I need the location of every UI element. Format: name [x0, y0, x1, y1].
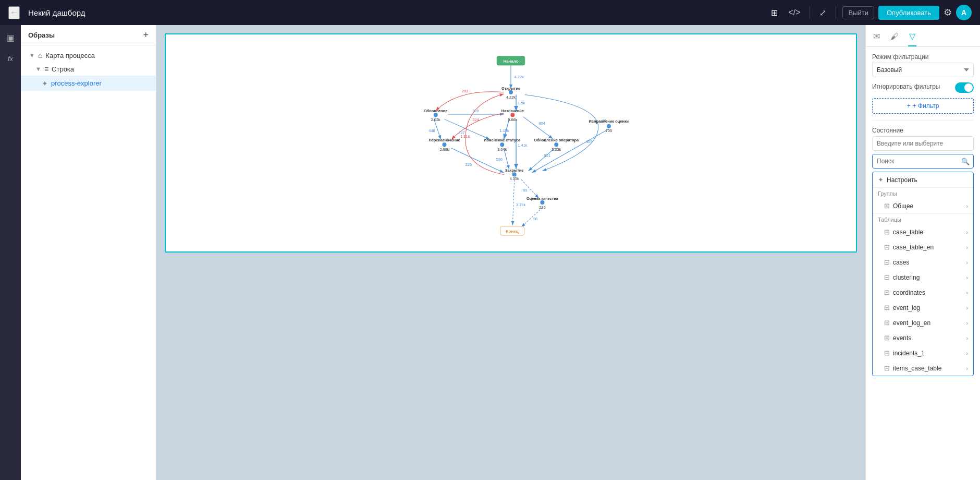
publish-button[interactable]: Опубликовать	[878, 6, 939, 20]
table-item-event_log[interactable]: ⊟ event_log ›	[873, 300, 973, 315]
svg-point-60	[540, 200, 544, 205]
filter-mode-select[interactable]: Базовый Расширенный	[872, 63, 974, 77]
add-filter-button[interactable]: + + Фильтр	[872, 98, 974, 114]
table-icon-10: ⊟	[884, 364, 890, 372]
svg-point-54	[607, 124, 611, 128]
svg-text:Начало: Начало	[503, 59, 518, 64]
left-toolbar: ▣ fx	[0, 25, 21, 480]
svg-point-51	[554, 142, 558, 147]
right-panel-content: Режим фильтрации Базовый Расширенный Игн…	[866, 47, 980, 480]
chevron-right-icon-5: ›	[966, 290, 968, 296]
settings-button[interactable]: ⚙	[944, 7, 952, 18]
grid-view-button[interactable]: ⊞	[768, 6, 781, 20]
svg-text:Оценка качества: Оценка качества	[526, 196, 559, 201]
chevron-right-icon-6: ›	[966, 305, 968, 311]
topbar-separator-2	[836, 6, 836, 19]
svg-text:1.15k: 1.15k	[500, 128, 509, 133]
chevron-right-icon-1: ›	[966, 229, 968, 235]
tab-filter[interactable]: ▽	[908, 29, 916, 46]
svg-text:Открытие: Открытие	[501, 86, 520, 91]
share-button[interactable]: ⤢	[816, 6, 829, 20]
chevron-right-icon-10: ›	[966, 365, 968, 371]
process-map[interactable]: 4.22k 1.5k 48 809 427 448 1.15k	[166, 34, 856, 251]
svg-text:99: 99	[523, 188, 527, 193]
code-view-button[interactable]: </>	[785, 6, 803, 19]
search-icon: 🔍	[961, 158, 970, 165]
table-label-4: clustering	[893, 274, 963, 281]
sidebar-tree: ▼ ⌂ Карта процесса ▼ ≡ Строка ✦ process-…	[21, 45, 156, 480]
configure-label: Настроить	[887, 176, 968, 184]
exit-button[interactable]: Выйти	[842, 6, 874, 19]
table-item-items_case_table[interactable]: ⊟ items_case_table ›	[873, 361, 973, 376]
svg-point-45	[442, 142, 446, 147]
topbar: ← Некий дашборд ⊞ </> ⤢ Выйти Опубликова…	[0, 0, 980, 25]
main-layout: ▣ fx Образы + ▼ ⌂ Карта процесса ▼ ≡ Стр…	[0, 25, 980, 480]
svg-text:1.5k: 1.5k	[518, 101, 525, 105]
svg-text:4.22k: 4.22k	[506, 95, 516, 100]
svg-point-48	[500, 142, 504, 147]
table-icon-4: ⊟	[884, 273, 890, 281]
chevron-right-icon-8: ›	[966, 335, 968, 341]
svg-text:521: 521	[544, 153, 550, 158]
table-item-case_table_en[interactable]: ⊟ case_table_en ›	[873, 239, 973, 255]
svg-text:324: 324	[472, 117, 479, 122]
search-input[interactable]	[872, 154, 974, 169]
table-label-9: incidents_1	[893, 350, 963, 357]
sidebar-item-process-map[interactable]: ▼ ⌂ Карта процесса	[21, 49, 156, 62]
svg-text:705: 705	[606, 128, 612, 133]
sidebar-item-process-explorer[interactable]: ✦ process-explorer ⋯	[21, 76, 156, 91]
tab-email[interactable]: ✉	[872, 29, 881, 46]
svg-text:2.02k: 2.02k	[431, 117, 440, 122]
svg-text:596: 596	[496, 157, 503, 162]
table-item-clustering[interactable]: ⊟ clustering ›	[873, 270, 973, 285]
svg-text:1.41k: 1.41k	[518, 143, 527, 148]
state-section: Состояние 🔍 ✦ Настроить Группы	[872, 127, 974, 376]
svg-text:3.33k: 3.33k	[552, 147, 561, 152]
formula-button[interactable]: fx	[2, 50, 19, 67]
svg-text:3.64k: 3.64k	[497, 147, 507, 152]
tab-brush[interactable]: 🖌	[889, 29, 900, 46]
state-input[interactable]	[872, 136, 974, 151]
topbar-icons: ⊞ </> ⤢ Выйти Опубликовать ⚙ A	[768, 5, 972, 20]
group-general-item[interactable]: ⊞ Общее ›	[873, 198, 973, 213]
table-item-incidents_1[interactable]: ⊟ incidents_1 ›	[873, 345, 973, 361]
table-label-5: coordinates	[893, 289, 963, 296]
table-item-event_log_en[interactable]: ⊟ event_log_en ›	[873, 315, 973, 330]
page-title: Некий дашборд	[28, 8, 762, 17]
svg-text:4.22k: 4.22k	[514, 75, 524, 79]
table-icon-6: ⊟	[884, 304, 890, 311]
svg-text:Изменение статуса: Изменение статуса	[484, 138, 521, 142]
ignore-filters-toggle[interactable]	[955, 82, 974, 93]
sidebar-add-button[interactable]: +	[143, 30, 149, 40]
sidebar-item-label: Карта процесса	[45, 52, 150, 59]
table-item-events[interactable]: ⊟ events ›	[873, 330, 973, 345]
filter-mode-section: Режим фильтрации Базовый Расширенный	[872, 53, 974, 77]
table-icon-2: ⊟	[884, 243, 890, 251]
svg-text:Назначение: Назначение	[501, 109, 524, 113]
right-panel-tabs: ✉ 🖌 ▽	[866, 25, 980, 47]
configure-item[interactable]: ✦ Настроить	[873, 172, 973, 187]
table-item-cases[interactable]: ⊟ cases ›	[873, 255, 973, 270]
svg-point-57	[512, 172, 517, 176]
svg-text:283: 283	[462, 89, 468, 93]
back-button[interactable]: ←	[8, 6, 20, 19]
svg-text:3.79k: 3.79k	[516, 202, 525, 207]
search-wrapper: 🔍	[872, 154, 974, 169]
ignore-filters-row: Игнорировать фильтры	[872, 82, 974, 93]
avatar[interactable]: A	[956, 5, 972, 20]
table-icon-5: ⊟	[884, 289, 890, 296]
svg-text:98: 98	[533, 217, 537, 221]
svg-line-15	[523, 117, 553, 139]
panel-toggle-button[interactable]: ▣	[2, 29, 19, 46]
svg-text:225: 225	[466, 162, 472, 167]
configure-icon: ✦	[878, 176, 884, 184]
sidebar-item-row[interactable]: ▼ ≡ Строка	[21, 62, 156, 76]
svg-text:Конец: Конец	[506, 229, 519, 234]
table-icon-1: ⊟	[884, 228, 890, 236]
tables-sublabel: Таблицы	[873, 214, 973, 224]
svg-line-27	[512, 179, 514, 225]
table-item-coordinates[interactable]: ⊟ coordinates ›	[873, 285, 973, 300]
chevron-right-icon-2: ›	[966, 244, 968, 250]
table-item-case_table[interactable]: ⊟ case_table ›	[873, 224, 973, 239]
svg-point-42	[510, 113, 514, 117]
